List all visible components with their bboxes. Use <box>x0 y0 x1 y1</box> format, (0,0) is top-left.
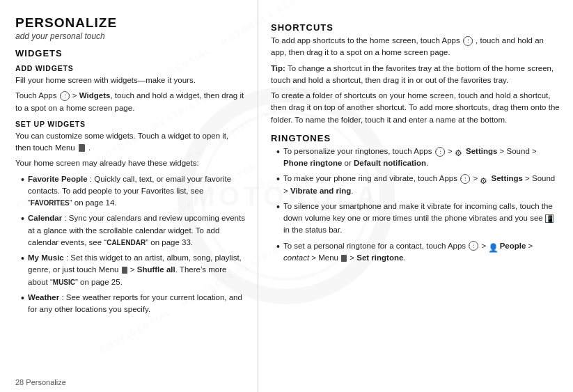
setup-p1: You can customize some widgets. Touch a … <box>15 130 245 155</box>
settings-icon-2: ⚙ <box>480 175 489 184</box>
add-widgets-p1: Fill your home screen with widgets—make … <box>15 75 245 86</box>
list-item: Favorite People : Quickly call, text, or… <box>21 173 245 210</box>
page-footer: 28 Personalize <box>15 378 66 386</box>
list-item: Weather : See weather reports for your c… <box>21 292 245 316</box>
list-item: To personalize your ringtones, touch App… <box>276 146 560 170</box>
tip-label: Tip: <box>271 64 285 72</box>
shortcuts-heading: SHORTCUTS <box>271 22 560 33</box>
vibrate-icon: 📳 <box>545 214 554 223</box>
list-item: My Music : Set this widget to an artist,… <box>21 252 245 288</box>
add-widgets-p2: Touch Apps > Widgets, touch and hold a w… <box>15 90 245 114</box>
list-item: To make your phone ring and vibrate, tou… <box>276 173 560 197</box>
bullet-term: My Music <box>28 253 64 262</box>
apps-icon <box>60 91 70 101</box>
rt-bullet1-text2: > <box>448 147 455 155</box>
widgets-heading: WIDGETS <box>15 48 245 58</box>
setup-p2: Your home screen may already have these … <box>15 157 245 169</box>
settings-icon: ⚙ <box>455 147 464 156</box>
personalize-title: PERSONALIZE <box>15 15 245 31</box>
apps-icon-rt1 <box>435 147 445 157</box>
personalize-subtitle: add your personal touch <box>15 31 245 41</box>
rt-bullet2-text1: To make your phone ring and vibrate, tou… <box>283 174 460 182</box>
rt-bullet3-text2: in the status bar. <box>283 226 342 234</box>
ringtones-heading: RINGTONES <box>271 133 560 143</box>
apps-icon-rt2 <box>460 174 470 184</box>
rt-bullet4-text2: > <box>482 242 489 250</box>
setup-text1: You can customize some widgets. Touch a … <box>15 132 228 152</box>
list-item: To set a personal ringtone for a contact… <box>276 240 560 265</box>
right-column: SHORTCUTS To add app shortcuts to the ho… <box>258 0 573 392</box>
menu-icon <box>79 144 85 152</box>
menu-icon-small <box>122 267 127 274</box>
bullet-term: Favorite People <box>28 175 88 183</box>
rt-bullet4-text1: To set a personal ringtone for a contact… <box>283 242 468 250</box>
widgets-bullet-list: Favorite People : Quickly call, text, or… <box>15 173 245 316</box>
bullet-term: Calendar <box>28 214 62 222</box>
menu-icon-rt4 <box>341 255 347 262</box>
rt-bullet2-text2: > <box>473 174 480 182</box>
setup-text2: . <box>88 143 91 152</box>
apps-icon-shortcuts <box>463 36 473 46</box>
people-icon: 👤 <box>488 242 497 251</box>
shortcuts-tip: Tip: To change a shortcut in the favorit… <box>271 63 560 87</box>
shortcuts-p1: To add app shortcuts to the home screen,… <box>271 35 560 59</box>
setup-widgets-heading: SET UP WIDGETS <box>15 120 245 128</box>
ringtones-bullet-list: To personalize your ringtones, touch App… <box>271 146 560 264</box>
rt-bullet1-text1: To personalize your ringtones, touch App… <box>283 147 434 155</box>
left-column: PERSONALIZE add your personal touch WIDG… <box>0 0 258 392</box>
tip-text: To change a shortcut in the favorites tr… <box>271 64 554 84</box>
bullet-desc: : See weather reports for your current l… <box>28 293 242 313</box>
rt-bullet3-text: To silence your smartphone and make it v… <box>283 202 553 222</box>
list-item: Calendar : Sync your calendars and revie… <box>21 212 245 249</box>
bullet-term: Weather <box>28 293 59 301</box>
shortcuts-text1: To add app shortcuts to the home screen,… <box>271 36 462 45</box>
add-widgets-text1: Touch Apps <box>15 91 59 100</box>
apps-icon-rt4 <box>469 241 478 251</box>
add-widgets-heading: ADD WIDGETS <box>15 64 245 72</box>
shortcuts-p2: To create a folder of shortcuts on your … <box>271 90 560 126</box>
rt-bullet4-text4: > Set ringtone. <box>350 253 405 262</box>
list-item: To silence your smartphone and make it v… <box>276 201 560 237</box>
